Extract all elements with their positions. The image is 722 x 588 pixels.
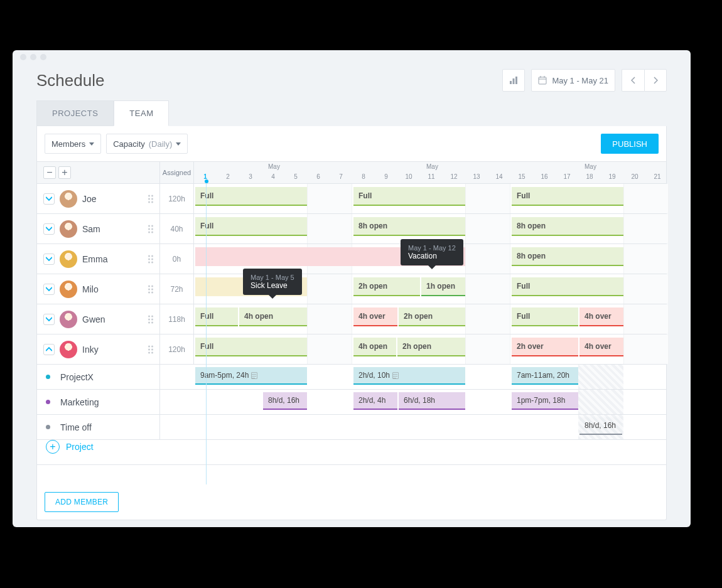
chevron-right-icon <box>653 77 658 84</box>
drag-handle[interactable] <box>148 195 153 203</box>
tab-team[interactable]: TEAM <box>114 100 169 126</box>
schedule-block[interactable]: Full <box>512 307 578 326</box>
schedule-block[interactable]: 2h open <box>399 307 465 326</box>
schedule-block[interactable]: 2h open <box>397 338 465 356</box>
add-project-row[interactable]: + Project <box>37 440 666 465</box>
member-name: Inky <box>82 345 99 355</box>
project-row-projectx: ProjectX 9am-5pm, 24h 2h/d, 10h 7am-11am… <box>37 365 666 390</box>
member-cell[interactable]: Inky <box>37 334 160 364</box>
month-label: May <box>268 163 280 171</box>
month-label: May <box>585 163 596 171</box>
panel: Members Capacity (Daily) PUBLISH − + Ass… <box>36 126 667 520</box>
member-name: Milo <box>82 284 99 294</box>
member-name: Joe <box>82 194 97 204</box>
member-name: Emma <box>82 254 107 264</box>
collapse-button[interactable] <box>43 344 55 355</box>
gantt-lane: Full4h open4h over2h openFull4h over <box>194 304 666 334</box>
tabs: PROJECTS TEAM <box>13 100 691 126</box>
schedule-block[interactable]: 4h over <box>353 307 397 326</box>
task-block[interactable]: 6h/d, 18h <box>399 392 465 410</box>
schedule-block[interactable]: Full <box>195 217 307 236</box>
add-member-button[interactable]: ADD MEMBER <box>45 492 119 512</box>
expand-all-button[interactable]: + <box>58 166 71 179</box>
assigned-value: 40h <box>160 214 194 243</box>
day-label: 8 <box>352 173 375 180</box>
members-dropdown[interactable]: Members <box>45 134 101 154</box>
drag-handle[interactable] <box>148 255 153 263</box>
day-label: 17 <box>556 173 578 180</box>
member-row: Sam 40h Full8h open8h open <box>37 214 666 244</box>
task-block[interactable]: 2h/d, 4h <box>353 392 397 410</box>
titlebar <box>13 50 691 63</box>
assigned-value: 72h <box>160 274 194 304</box>
schedule-block[interactable]: 2h open <box>353 277 420 296</box>
schedule-block[interactable]: 8h open <box>512 217 623 236</box>
avatar <box>60 341 77 358</box>
schedule-block[interactable]: 2h over <box>512 338 578 356</box>
prev-button[interactable] <box>622 69 644 92</box>
assigned-header: Assigned <box>160 162 194 184</box>
schedule-block[interactable]: 4h over <box>579 307 623 326</box>
date-nav <box>622 69 667 92</box>
schedule-grid: − + Assigned MayMayMay 12345678910111213… <box>37 161 666 484</box>
day-label: 20 <box>623 173 646 180</box>
task-block[interactable]: 2h/d, 10h <box>353 367 465 385</box>
expand-button[interactable] <box>43 193 55 205</box>
assigned-value: 120h <box>160 184 194 213</box>
schedule-block[interactable]: 4h open <box>353 338 396 356</box>
member-row: Inky 120h Full4h open2h open2h over4h ov… <box>37 334 666 365</box>
header: Schedule May 1 - May 21 <box>13 63 691 100</box>
drag-handle[interactable] <box>148 285 153 293</box>
expand-button[interactable] <box>43 223 55 235</box>
tab-projects[interactable]: PROJECTS <box>36 100 114 126</box>
chart-icon-button[interactable] <box>502 69 525 92</box>
member-cell[interactable]: Sam <box>37 214 160 243</box>
avatar <box>60 190 77 208</box>
tooltip-vacation: May 1 - May 12 Vacation <box>401 239 463 265</box>
note-icon <box>392 372 399 379</box>
expand-button[interactable] <box>43 254 55 265</box>
expand-button[interactable] <box>43 314 55 325</box>
project-row-marketing: Marketing 8h/d, 16h 2h/d, 4h 6h/d, 18h 1… <box>37 390 666 415</box>
task-block[interactable]: 8h/d, 16h <box>263 392 307 410</box>
drag-handle[interactable] <box>148 345 153 353</box>
day-label: 19 <box>601 173 623 180</box>
app-window: Schedule May 1 - May 21 PROJECTS TEAM <box>13 50 691 527</box>
schedule-block[interactable]: 8h open <box>512 247 623 266</box>
date-range-label: May 1 - May 21 <box>552 76 608 85</box>
publish-button[interactable]: PUBLISH <box>601 134 659 154</box>
schedule-block[interactable]: 1h open <box>421 277 465 296</box>
schedule-block[interactable]: 4h over <box>579 338 623 356</box>
capacity-dropdown[interactable]: Capacity (Daily) <box>106 134 188 154</box>
drag-handle[interactable] <box>148 315 153 323</box>
schedule-block[interactable]: Full <box>512 277 623 296</box>
task-block[interactable]: 9am-5pm, 24h <box>195 367 307 385</box>
member-cell[interactable]: Gwen <box>37 304 160 334</box>
drag-handle[interactable] <box>148 225 153 233</box>
schedule-block[interactable]: 8h open <box>353 217 465 236</box>
chevron-left-icon <box>631 77 636 84</box>
day-label: 14 <box>488 173 510 180</box>
member-name: Sam <box>82 224 100 234</box>
task-block[interactable]: 7am-11am, 20h <box>512 367 578 385</box>
schedule-block[interactable]: Full <box>195 307 238 326</box>
collapse-all-button[interactable]: − <box>43 166 56 179</box>
member-cell[interactable]: Milo <box>37 274 160 304</box>
next-button[interactable] <box>644 69 667 92</box>
date-range-picker[interactable]: May 1 - May 21 <box>531 69 615 92</box>
member-row: Joe 120h FullFullFull <box>37 184 666 214</box>
expand-button[interactable] <box>43 284 55 295</box>
member-cell[interactable]: Emma <box>37 244 160 274</box>
member-cell[interactable]: Joe <box>37 184 160 213</box>
schedule-block[interactable]: Full <box>195 187 307 206</box>
schedule-block[interactable]: Full <box>195 338 307 356</box>
corner-cell: − + <box>37 162 160 184</box>
assigned-value: 120h <box>160 334 194 364</box>
schedule-block[interactable]: Full <box>353 187 465 206</box>
rows: Joe 120h FullFullFull Sam 40h Full8h ope… <box>37 184 666 465</box>
tooltip-sick-leave: May 1 - May 5 Sick Leave <box>243 269 302 295</box>
schedule-block[interactable]: 4h open <box>239 307 307 326</box>
task-block[interactable]: 1pm-7pm, 18h <box>512 392 578 410</box>
task-block[interactable]: 8h/d, 16h <box>579 417 622 435</box>
schedule-block[interactable]: Full <box>512 187 623 206</box>
